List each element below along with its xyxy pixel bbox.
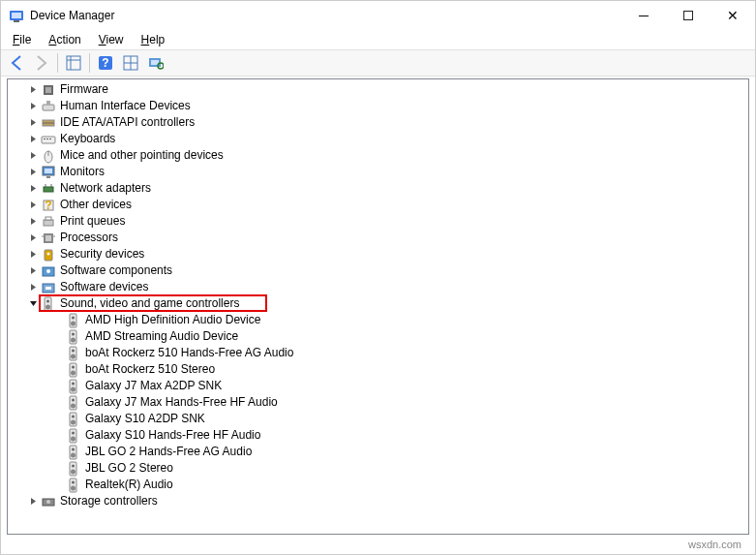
expander-icon[interactable] (27, 134, 39, 145)
device-label: JBL GO 2 Hands-Free AG Audio (85, 444, 252, 460)
toolbar (1, 49, 755, 77)
device-label: AMD High Definition Audio Device (85, 312, 260, 328)
minimize-button[interactable]: ─ (621, 1, 666, 30)
expander-icon[interactable] (27, 282, 39, 293)
expander-icon[interactable] (27, 101, 39, 112)
category-other[interactable]: Other devices (8, 197, 748, 213)
swdev-icon (41, 280, 56, 295)
expander-icon[interactable] (27, 265, 39, 277)
window-title: Device Manager (30, 9, 621, 22)
category-label: Sound, video and game controllers (60, 295, 239, 312)
menu-help[interactable]: Help (134, 31, 173, 48)
category-label: Storage controllers (60, 493, 158, 509)
menubar: File Action View Help (1, 30, 755, 49)
device-item[interactable]: Galaxy J7 Max A2DP SNK (8, 378, 748, 394)
maximize-button[interactable] (666, 1, 711, 30)
category-hid[interactable]: Human Interface Devices (8, 98, 748, 114)
menu-view[interactable]: View (91, 31, 132, 48)
speaker-icon (66, 445, 81, 460)
device-item[interactable]: Galaxy S10 A2DP SNK (8, 411, 748, 427)
speaker-icon (66, 362, 81, 378)
watermark: wsxdn.com (688, 539, 741, 550)
category-network[interactable]: Network adapters (8, 180, 748, 197)
speaker-icon (66, 461, 81, 477)
speaker-icon (66, 313, 81, 328)
device-item[interactable]: boAt Rockerz 510 Stereo (8, 361, 748, 378)
titlebar: Device Manager ─ ✕ (1, 1, 755, 30)
category-swcomp[interactable]: Software components (8, 262, 748, 279)
nav-back-button[interactable] (5, 51, 28, 75)
device-item[interactable]: boAt Rockerz 510 Hands-Free AG Audio (8, 345, 748, 361)
expander-icon[interactable] (27, 117, 39, 129)
show-hide-tree-button[interactable] (62, 51, 85, 75)
category-processors[interactable]: Processors (8, 230, 748, 246)
category-label: Software components (60, 262, 172, 279)
cpu-icon (41, 231, 56, 246)
category-monitors[interactable]: Monitors (8, 164, 748, 180)
expander-icon[interactable] (27, 232, 39, 244)
device-item[interactable]: JBL GO 2 Stereo (8, 460, 748, 477)
expander-icon[interactable] (27, 216, 39, 228)
device-item[interactable]: Galaxy S10 Hands-Free HF Audio (8, 427, 748, 444)
device-item[interactable]: Realtek(R) Audio (8, 477, 748, 493)
category-label: Keyboards (60, 131, 115, 147)
expander-icon[interactable] (27, 249, 39, 261)
storage-icon (41, 494, 56, 509)
device-label: JBL GO 2 Stereo (85, 460, 173, 477)
category-printq[interactable]: Print queues (8, 213, 748, 230)
device-item[interactable]: AMD Streaming Audio Device (8, 328, 748, 345)
expander-icon[interactable] (27, 496, 39, 508)
expander-icon[interactable] (27, 183, 39, 195)
category-label: IDE ATA/ATAPI controllers (60, 114, 195, 131)
scan-hardware-button[interactable] (144, 51, 167, 75)
monitor-icon (41, 165, 56, 180)
category-security[interactable]: Security devices (8, 246, 748, 262)
menu-action[interactable]: Action (41, 31, 88, 48)
device-item[interactable]: AMD High Definition Audio Device (8, 312, 748, 328)
category-swdev[interactable]: Software devices (8, 279, 748, 295)
category-label: Processors (60, 230, 118, 246)
expander-icon[interactable] (27, 298, 39, 310)
speaker-icon (66, 329, 81, 345)
category-label: Firmware (60, 81, 108, 98)
device-label: Galaxy S10 A2DP SNK (85, 411, 205, 427)
ide-icon (41, 115, 56, 131)
category-label: Network adapters (60, 180, 151, 197)
category-label: Security devices (60, 246, 144, 262)
svg-rect-51 (684, 12, 693, 20)
category-ide[interactable]: IDE ATA/ATAPI controllers (8, 114, 748, 131)
swcomp-icon (41, 263, 56, 279)
network-icon (41, 181, 56, 197)
device-label: Galaxy J7 Max A2DP SNK (85, 378, 222, 394)
menu-file[interactable]: File (5, 31, 39, 48)
expander-icon[interactable] (27, 84, 39, 96)
close-button[interactable]: ✕ (711, 1, 755, 30)
category-mice[interactable]: Mice and other pointing devices (8, 147, 748, 164)
device-item[interactable]: Galaxy J7 Max Hands-Free HF Audio (8, 394, 748, 411)
device-item[interactable]: JBL GO 2 Hands-Free AG Audio (8, 444, 748, 460)
device-label: boAt Rockerz 510 Stereo (85, 361, 215, 378)
app-icon (9, 8, 24, 23)
speaker-icon (66, 395, 81, 411)
speaker-icon (66, 412, 81, 427)
printer-icon (41, 214, 56, 230)
expander-icon[interactable] (27, 167, 39, 178)
category-firmware[interactable]: Firmware (8, 81, 748, 98)
nav-forward-button[interactable] (30, 51, 53, 75)
category-label: Monitors (60, 164, 105, 180)
device-label: AMD Streaming Audio Device (85, 328, 238, 345)
mouse-icon (41, 148, 56, 164)
category-keyboards[interactable]: Keyboards (8, 131, 748, 147)
properties-button[interactable] (119, 51, 142, 75)
expander-icon[interactable] (27, 150, 39, 162)
help-button[interactable] (94, 51, 117, 75)
category-sound[interactable]: Sound, video and game controllers (8, 295, 748, 312)
expander-icon[interactable] (27, 200, 39, 211)
speaker-icon (66, 379, 81, 394)
category-storage[interactable]: Storage controllers (8, 493, 748, 509)
device-tree-pane[interactable]: FirmwareHuman Interface DevicesIDE ATA/A… (7, 78, 749, 535)
keyboard-icon (41, 132, 56, 147)
chip-icon (41, 82, 56, 98)
category-label: Print queues (60, 213, 125, 230)
category-label: Other devices (60, 197, 132, 213)
